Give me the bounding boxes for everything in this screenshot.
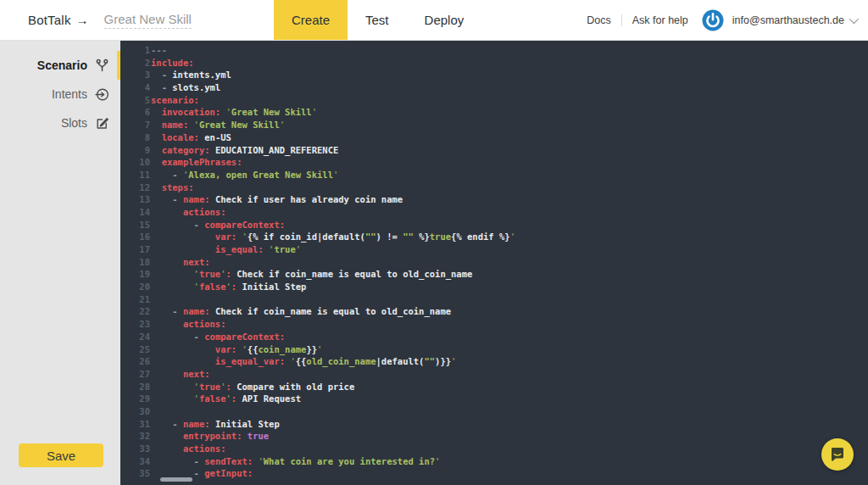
main-tabs: Create Test Deploy: [274, 0, 481, 40]
line-number: 5: [120, 94, 151, 107]
line-number: 29: [120, 393, 151, 405]
sidebar-item-scenario[interactable]: Scenario: [0, 51, 120, 80]
code-line: 24 - compareContext:: [120, 331, 868, 343]
chat-bubble-icon: [829, 446, 846, 463]
code-line: 3 - intents.yml: [120, 69, 868, 81]
line-number: 34: [120, 455, 151, 468]
code-line: 27 next:: [120, 368, 868, 381]
code-line: 30: [120, 405, 868, 418]
chat-launcher-button[interactable]: [821, 438, 854, 471]
code-line: 22 - name: Check if coin_name is equal t…: [120, 305, 868, 318]
line-number: 20: [120, 281, 151, 293]
line-number: 12: [120, 181, 151, 194]
line-number: 9: [120, 144, 151, 157]
sidebar-item-slots[interactable]: Slots: [0, 109, 120, 137]
code-line: 28 'true': Compare with old price: [120, 381, 868, 393]
save-button[interactable]: Save: [19, 443, 103, 467]
line-number: 33: [120, 443, 151, 455]
line-number: 35: [120, 467, 151, 480]
slots-edit-icon: [95, 116, 109, 131]
arrow-right-icon: →: [76, 13, 89, 27]
code-line: 35 - getInput:: [120, 467, 868, 480]
tab-test[interactable]: Test: [348, 0, 407, 40]
bottalk-logo[interactable]: BotTalk: [28, 13, 71, 27]
line-number: 4: [120, 81, 151, 94]
code-line: 18 next:: [120, 256, 868, 269]
line-number: 32: [120, 430, 151, 443]
line-number: 31: [120, 418, 151, 431]
line-number: 25: [120, 343, 151, 356]
code-line: 4 - slots.yml: [120, 81, 868, 94]
sidebar-item-label: Scenario: [37, 59, 87, 72]
line-number: 16: [120, 231, 151, 243]
code-line: 10 examplePhrases:: [120, 156, 868, 169]
line-number: 3: [120, 69, 151, 81]
sidebar-item-intents[interactable]: Intents: [0, 80, 120, 109]
code-line: 31 - name: Initial Step: [120, 418, 868, 431]
sidebar-item-label: Slots: [61, 116, 87, 130]
line-number: 24: [120, 331, 151, 343]
code-line: 32 entrypoint: true: [120, 430, 868, 443]
code-line: 5scenario:: [120, 94, 868, 107]
code-line: 7 name: 'Great New Skill': [120, 119, 868, 131]
line-number: 28: [120, 381, 151, 393]
divider: [621, 14, 622, 26]
code-line: 21: [120, 293, 868, 306]
line-number: 14: [120, 206, 151, 219]
code-line: 16 var: '{% if coin_id|default("") != ""…: [120, 231, 868, 243]
horizontal-scrollbar-thumb[interactable]: [160, 477, 192, 482]
line-number: 17: [120, 243, 151, 256]
scenario-branch-icon: [95, 59, 109, 73]
sidebar: Scenario Intents: [0, 41, 120, 485]
sidebar-item-label: Intents: [52, 87, 87, 101]
intents-arrow-icon: [95, 87, 109, 102]
line-number: 26: [120, 355, 151, 368]
topbar-left: BotTalk → Great New Skill: [0, 0, 274, 40]
line-number: 15: [120, 219, 151, 231]
code-line: 13 - name: Check if user has already coi…: [120, 193, 868, 206]
tab-create[interactable]: Create: [274, 0, 348, 40]
code-line: 14 actions:: [120, 206, 868, 219]
line-number: 13: [120, 193, 151, 206]
ask-for-help-link[interactable]: Ask for help: [632, 14, 688, 26]
code-lines: 1---2include:3 - intents.yml4 - slots.ym…: [120, 44, 868, 480]
line-number: 30: [120, 405, 151, 418]
chevron-down-icon: [849, 14, 859, 23]
code-line: 23 actions:: [120, 318, 868, 331]
code-line: 20 'false': Initial Step: [120, 281, 868, 293]
code-line: 11 - 'Alexa, open Great New Skill': [120, 169, 868, 181]
line-number: 2: [120, 57, 151, 70]
docs-link[interactable]: Docs: [587, 14, 610, 26]
code-line: 2include:: [120, 57, 868, 70]
code-line: 29 'false': API Request: [120, 393, 868, 405]
code-line: 26 is_equal_var: '{{old_coin_name|defaul…: [120, 355, 868, 368]
account-email: info@smarthaustech.de: [732, 14, 844, 26]
code-line: 34 - sendText: 'What coin are you intere…: [120, 455, 868, 468]
tab-deploy[interactable]: Deploy: [407, 0, 482, 40]
code-line: 9 category: EDUCATION_AND_REFERENCE: [120, 144, 868, 157]
power-logo-icon[interactable]: [702, 9, 724, 31]
code-line: 15 - compareContext:: [120, 219, 868, 231]
code-editor[interactable]: 1---2include:3 - intents.yml4 - slots.ym…: [120, 41, 868, 485]
main-area: Scenario Intents: [0, 41, 868, 485]
code-line: 12 steps:: [120, 181, 868, 194]
top-bar: BotTalk → Great New Skill Create Test De…: [0, 0, 868, 41]
line-number: 6: [120, 106, 151, 119]
code-line: 25 var: '{{coin_name}}': [120, 343, 868, 356]
line-number: 10: [120, 156, 151, 169]
topbar-right: Docs Ask for help info@smarthaustech.de: [587, 0, 868, 40]
code-line: 33 actions:: [120, 443, 868, 455]
line-number: 11: [120, 169, 151, 181]
code-line: 8 locale: en-US: [120, 131, 868, 144]
code-line: 1---: [120, 44, 868, 57]
account-dropdown[interactable]: info@smarthaustech.de: [732, 14, 856, 26]
line-number: 23: [120, 318, 151, 331]
line-number: 21: [120, 293, 151, 306]
line-number: 19: [120, 268, 151, 281]
skill-name-field[interactable]: Great New Skill: [104, 12, 192, 29]
line-number: 22: [120, 305, 151, 318]
code-line: 6 invocation: 'Great New Skill': [120, 106, 868, 119]
code-line: 17 is_equal: 'true': [120, 243, 868, 256]
line-number: 8: [120, 131, 151, 144]
line-number: 18: [120, 256, 151, 269]
